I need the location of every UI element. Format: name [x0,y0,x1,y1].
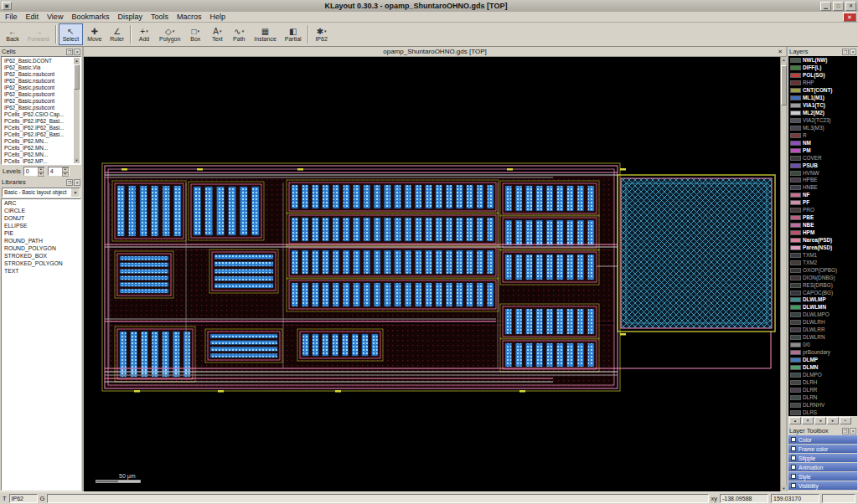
layer-swatch[interactable] [790,208,801,213]
layer-row[interactable]: HVNW [788,169,857,177]
tool-box-button[interactable]: □▾Box [184,23,206,45]
spin-down-icon[interactable]: ▼ [38,172,44,177]
layer-swatch[interactable] [790,403,801,408]
layer-row[interactable]: RES(DRBG) [788,281,857,289]
layer-row[interactable]: ML1(M1) [788,95,857,102]
layer-swatch[interactable] [790,268,801,273]
layer-row[interactable]: RHP [788,80,857,87]
layers-tool-left-button[interactable]: ◂ [814,417,826,424]
expand-box-icon[interactable] [791,437,796,442]
tool-partial-button[interactable]: ◧Partial [281,23,306,45]
expand-box-icon[interactable] [791,465,796,470]
layer-row[interactable]: COVER [788,154,857,162]
layer-toolbox-section-animation[interactable]: Animation [788,463,857,471]
tool-add-button[interactable]: +▾Add [133,23,155,45]
layer-swatch[interactable] [790,156,801,161]
layer-row[interactable]: PF [788,199,857,207]
layer-swatch[interactable] [790,320,801,325]
menu-item-view[interactable]: View [43,12,67,22]
layers-list[interactable]: NWL(NW)DIFF(L)POL(SG)RHPCNT(CONT)ML1(M1)… [788,56,857,416]
layer-toolbox-section-stipple[interactable]: Stipple [788,454,857,462]
library-list[interactable]: ARCCIRCLEDONUTELLIPSEPIEROUND_PATHROUND_… [1,198,81,491]
layer-swatch[interactable] [790,365,801,370]
layer-swatch[interactable] [790,171,801,176]
library-list-item[interactable]: DONUT [2,214,80,222]
layer-swatch[interactable] [790,103,801,108]
spin-down-icon[interactable]: ▼ [62,172,69,177]
layer-swatch[interactable] [790,141,801,146]
layer-swatch[interactable] [790,342,801,347]
layer-row[interactable]: ML3(M3) [788,124,857,131]
layer-swatch[interactable] [790,373,801,378]
layer-row[interactable]: DLMP [788,357,857,364]
library-list-item[interactable]: STROKED_POLYGON [2,260,80,267]
cells-panel-close-icon[interactable]: ✕ [74,49,80,55]
cell-list-item[interactable]: PCells_IP62.CSIO Cap... [3,111,74,118]
layer-row[interactable]: HPM [788,229,857,237]
layer-toolbox-float-icon[interactable]: ❐ [842,428,849,435]
layer-row[interactable]: DLWLMN [788,304,857,311]
layer-swatch[interactable] [790,88,801,93]
layer-row[interactable]: DLWLMPO [788,311,857,319]
tool-path-button[interactable]: ∿▾Path [228,23,250,45]
close-button[interactable]: ✕ [845,2,856,11]
level-from-spinner[interactable]: 0 ▲▼ [23,167,45,176]
layer-row[interactable]: DLRH [788,378,857,386]
cell-list-item[interactable]: IP62_Basic.Via [3,64,74,71]
layer-swatch[interactable] [790,185,801,190]
layer-swatch[interactable] [790,388,801,393]
layer-toolbox-section-frame-color[interactable]: Frame color [788,445,857,453]
layer-row[interactable]: NBE [788,222,857,229]
layer-swatch[interactable] [790,350,801,355]
scroll-down-icon[interactable]: ▼ [781,486,787,491]
tool-text-button[interactable]: A▾Text [206,23,228,45]
layer-swatch[interactable] [790,238,801,243]
menu-item-bookmarks[interactable]: Bookmarks [67,12,113,22]
layer-row[interactable]: DLWLMP [788,296,857,304]
layer-row[interactable]: NM [788,139,857,147]
layer-swatch[interactable] [790,395,801,400]
layer-swatch[interactable] [790,148,801,153]
layer-swatch[interactable] [790,230,801,235]
cell-list-item[interactable]: PCells_IP62.MP... [3,158,74,163]
layers-panel-close-icon[interactable]: ✕ [850,49,856,55]
layer-swatch[interactable] [790,111,801,116]
level-to-spinner[interactable]: 4 ▲▼ [48,167,70,176]
cells-scrollbar[interactable]: ▲ ▼ [74,58,80,163]
cells-list[interactable]: IP62_Basic.DCONTIP62_Basic.ViaIP62_Basic… [1,56,81,165]
cell-list-item[interactable]: IP62_Basic.nsubcont [3,71,74,78]
library-list-item[interactable]: ELLIPSE [2,222,80,229]
layer-toolbox-close-icon[interactable]: ✕ [850,428,856,435]
layer-row[interactable]: DLMPO [788,371,857,378]
menu-item-help[interactable]: Help [205,12,230,22]
title-bar[interactable]: ▣ KLayout 0.30.3 - opamp_ShuntaroOHNO.gd… [0,0,858,12]
layer-row[interactable]: OXOP(OPBG) [788,266,857,274]
layer-row[interactable]: HPBE [788,177,857,184]
layer-swatch[interactable] [790,65,801,70]
layer-row[interactable]: PSUB [788,162,857,169]
layer-row[interactable]: TXM1 [788,251,857,259]
layer-swatch[interactable] [790,297,801,302]
cells-scroll-thumb[interactable] [74,64,80,90]
layer-row[interactable]: prBoundary [788,349,857,357]
layer-swatch[interactable] [790,200,801,205]
menu-item-tools[interactable]: Tools [147,12,173,22]
menu-item-display[interactable]: Display [113,12,147,22]
cells-panel-float-icon[interactable]: ❐ [66,49,73,55]
window-menu-icon[interactable]: ▣ [2,2,12,10]
layer-swatch[interactable] [790,305,801,310]
layer-swatch[interactable] [790,275,801,280]
canvas-scroll-thumb[interactable] [781,65,787,105]
expand-box-icon[interactable] [791,474,796,479]
library-list-item[interactable]: TEXT [2,267,80,275]
canvas-tab[interactable]: opamp_ShuntaroOHNO.gds [TOP] ✕ [84,47,786,57]
cell-list-item[interactable]: IP62_Basic.psubcont [3,91,74,98]
tool-polygon-button[interactable]: ◇▾Polygon [155,23,184,45]
layer-row[interactable]: CNT(CONT) [788,87,857,95]
tool-ruler-button[interactable]: ∠Ruler [106,23,128,45]
maximize-button[interactable]: □ [833,2,844,11]
layer-row[interactable]: VIA1(TC) [788,102,857,110]
libraries-panel-close-icon[interactable]: ✕ [74,179,80,186]
cell-list-item[interactable]: PCells_IP62.IP62_Basi... [3,131,74,138]
expand-box-icon[interactable] [791,446,796,451]
